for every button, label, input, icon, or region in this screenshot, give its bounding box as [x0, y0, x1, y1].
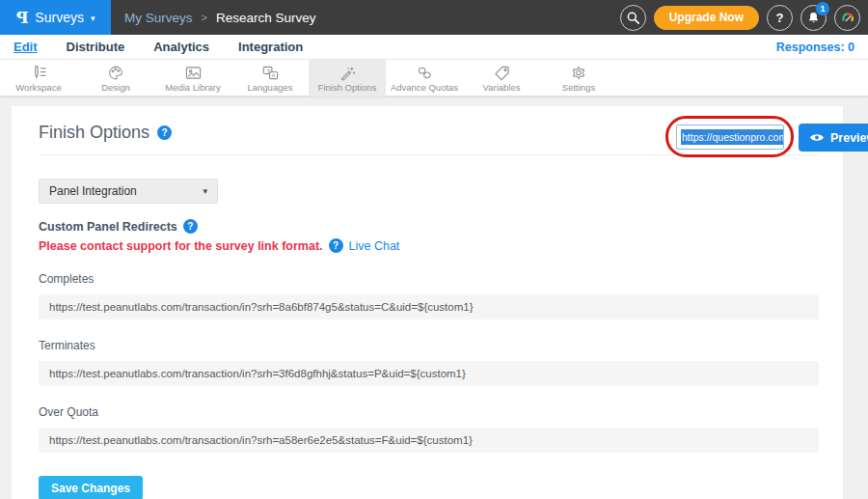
avatar-gauge-icon: [839, 9, 856, 26]
caret-down-icon: ▾: [91, 14, 95, 23]
survey-url-selected-text: https://questionpro.com/t/A: [681, 129, 784, 145]
completes-field-group: Completes: [39, 272, 819, 319]
terminates-label: Terminates: [39, 339, 819, 352]
tab-advance-quotas[interactable]: Advance Quotas: [386, 60, 463, 97]
live-chat-help-icon[interactable]: ?: [329, 238, 343, 253]
user-avatar[interactable]: [834, 5, 860, 31]
panel-integration-dropdown[interactable]: Panel Integration ▾: [39, 179, 218, 204]
notifications-button[interactable]: 1: [800, 5, 827, 31]
help-button[interactable]: ?: [767, 5, 793, 31]
responses-count: Responses: 0: [776, 41, 854, 54]
breadcrumb-current-survey: Research Survey: [216, 11, 316, 25]
header-actions: Upgrade Now ? 1: [620, 0, 860, 35]
terminates-url-input[interactable]: [39, 361, 819, 386]
survey-nav: Edit Distribute Analytics Integration Re…: [0, 35, 868, 60]
support-warning-text: Please contact support for the survey li…: [39, 239, 323, 253]
preview-label: Preview: [830, 131, 868, 145]
tab-design[interactable]: Design: [77, 60, 154, 97]
caret-down-icon: ▾: [203, 186, 207, 196]
workspace-icon: [30, 65, 48, 81]
nav-item-distribute[interactable]: Distribute: [67, 40, 125, 54]
upgrade-now-button[interactable]: Upgrade Now: [654, 6, 759, 30]
survey-url-input[interactable]: https://questionpro.com/t/A ✎: [676, 125, 784, 150]
image-icon: [184, 65, 203, 81]
tab-variables[interactable]: Variables: [463, 60, 540, 97]
gear-icon: [570, 65, 587, 81]
translate-icon: 文 A: [261, 65, 280, 81]
magic-wand-icon: [339, 65, 357, 81]
svg-text:文: 文: [266, 67, 271, 72]
tab-label: Variables: [483, 82, 521, 93]
chain-links-icon: [416, 65, 434, 81]
live-chat-link[interactable]: Live Chat: [349, 239, 400, 253]
tab-languages[interactable]: 文 A Languages: [231, 60, 309, 97]
palette-icon: [107, 65, 124, 81]
nav-item-analytics[interactable]: Analytics: [153, 40, 209, 54]
tab-label: Finish Options: [318, 82, 377, 93]
finish-options-help-icon[interactable]: ?: [157, 125, 172, 140]
tab-label: Languages: [247, 82, 292, 93]
nav-item-edit[interactable]: Edit: [14, 40, 38, 54]
tab-label: Settings: [562, 82, 595, 93]
question-mark-icon: ?: [776, 11, 784, 25]
tab-settings[interactable]: Settings: [540, 60, 617, 97]
page-title: Finish Options: [39, 123, 149, 143]
eye-icon: [809, 132, 825, 143]
tab-finish-options[interactable]: Finish Options: [309, 60, 386, 97]
questionpro-logo-icon: P: [16, 8, 29, 27]
completes-url-input[interactable]: [39, 294, 819, 319]
dropdown-selected-value: Panel Integration: [49, 184, 137, 198]
top-header: P Surveys ▾ My Surveys > Research Survey…: [0, 0, 868, 35]
breadcrumb-separator: >: [202, 12, 207, 23]
support-warning-row: Please contact support for the survey li…: [39, 238, 819, 253]
section-title: Custom Panel Redirects: [39, 220, 177, 234]
completes-label: Completes: [39, 272, 819, 286]
search-button[interactable]: [620, 5, 646, 31]
over-quota-url-input[interactable]: [39, 428, 819, 453]
custom-panel-redirects-row: Custom Panel Redirects ?: [39, 219, 819, 234]
nav-item-integration[interactable]: Integration: [238, 40, 303, 54]
tab-label: Advance Quotas: [391, 82, 458, 93]
notification-badge: 1: [816, 2, 829, 15]
tab-label: Media Library: [165, 82, 221, 93]
save-changes-button[interactable]: Save Changes: [39, 476, 143, 499]
custom-panel-redirects-help-icon[interactable]: ?: [183, 219, 198, 234]
finish-options-panel: Finish Options ? Panel Integration ▾ Cus…: [12, 106, 843, 499]
tab-workspace[interactable]: Workspace: [0, 60, 77, 97]
search-icon: [626, 11, 640, 25]
product-name: Surveys: [35, 10, 84, 25]
tag-icon: [493, 65, 511, 81]
product-switcher[interactable]: P Surveys ▾: [0, 0, 111, 35]
edit-toolbar: Workspace Design Media Library 文 A Langu…: [0, 60, 868, 97]
tab-label: Design: [101, 82, 130, 93]
preview-button[interactable]: Preview: [799, 124, 868, 152]
tab-label: Workspace: [15, 82, 61, 93]
tab-media-library[interactable]: Media Library: [154, 60, 231, 97]
breadcrumb-my-surveys[interactable]: My Surveys: [124, 11, 193, 25]
svg-text:A: A: [271, 72, 275, 78]
breadcrumb: My Surveys > Research Survey: [124, 11, 316, 25]
terminates-field-group: Terminates: [39, 339, 819, 386]
over-quota-label: Over Quota: [39, 405, 819, 419]
over-quota-field-group: Over Quota: [39, 405, 819, 453]
